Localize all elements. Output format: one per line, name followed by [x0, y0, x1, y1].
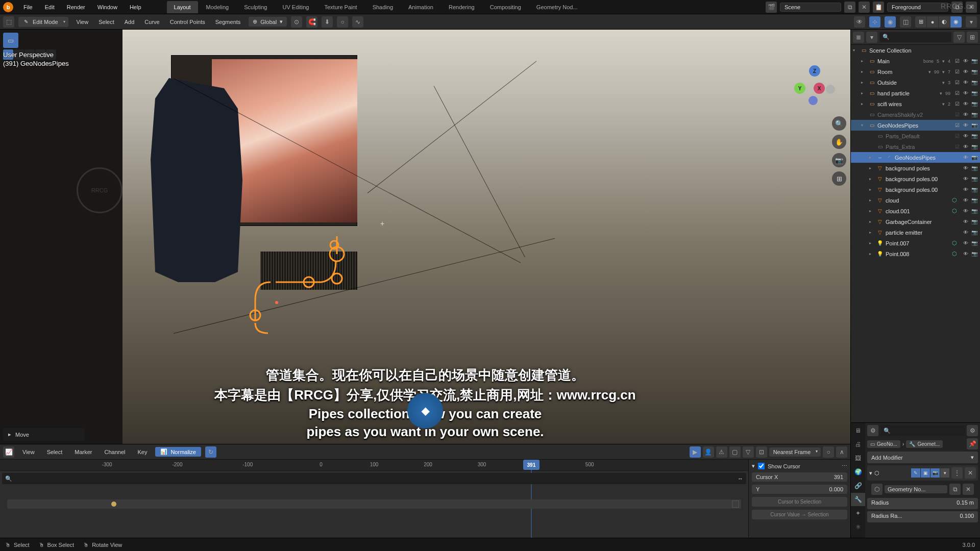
ge-warning-icon[interactable]: ⚠	[716, 446, 727, 458]
radius-random-field[interactable]: Radius Ra... 0.100	[867, 511, 978, 522]
visibility-eye-icon[interactable]: 👁	[962, 101, 969, 108]
renderable-camera-icon[interactable]: 📷	[971, 154, 978, 161]
outliner-row[interactable]: ▭Parts_Extra☑👁📷	[851, 141, 980, 152]
ge-menu-channel[interactable]: Channel	[100, 447, 129, 457]
exclude-checkbox-icon[interactable]: ☑	[953, 122, 961, 129]
exclude-checkbox-icon[interactable]: ☑	[953, 111, 961, 118]
overlays-toggle-icon[interactable]: ◉	[885, 16, 896, 28]
renderable-camera-icon[interactable]: 📷	[971, 122, 978, 129]
properties-search[interactable]: 🔍	[880, 425, 965, 436]
graph-editor-type-icon[interactable]: 📈	[3, 446, 14, 458]
gizmos-toggle-icon[interactable]: ⊹	[869, 16, 880, 28]
renderable-camera-icon[interactable]: 📷	[971, 90, 978, 97]
mod-delete-icon[interactable]: ✕	[965, 467, 976, 479]
visibility-eye-icon[interactable]: 👁	[962, 240, 969, 247]
visibility-eye-icon[interactable]: 👁	[962, 165, 969, 172]
visibility-icon[interactable]: 👁	[854, 16, 865, 28]
cursor-value-to-selection-button[interactable]: Cursor Value → Selection	[752, 510, 847, 519]
camera-view-icon[interactable]: 📷	[832, 153, 846, 167]
scene-delete-icon[interactable]: ✕	[859, 2, 870, 13]
ge-menu-marker[interactable]: Marker	[70, 447, 96, 457]
nodegroup-copy-icon[interactable]: ⧉	[949, 484, 961, 495]
outliner-row[interactable]: ▸▽background poles👁📷	[851, 163, 980, 173]
expand-arrow-icon[interactable]: ▸	[869, 187, 874, 192]
pivot-point-icon[interactable]: ⊙	[291, 16, 302, 28]
gizmo-y-axis[interactable]: Y	[794, 83, 805, 94]
outliner-filter-icon[interactable]: ▽	[953, 32, 965, 43]
visibility-eye-icon[interactable]: 👁	[962, 208, 969, 215]
expand-arrow-icon[interactable]: ▸	[861, 80, 866, 85]
visibility-eye-icon[interactable]: 👁	[962, 58, 969, 65]
prop-tab-viewlayer-icon[interactable]: 🖼	[851, 452, 865, 465]
gizmo-x-axis[interactable]: X	[814, 83, 825, 94]
scene-name-field[interactable]: Scene	[780, 3, 841, 12]
vp-menu-select[interactable]: Select	[94, 17, 118, 27]
prop-tab-scene-icon[interactable]: 🌍	[851, 465, 865, 479]
tab-compositing[interactable]: Compositing	[483, 1, 528, 13]
prop-tab-physics-icon[interactable]: ⚛	[851, 520, 865, 534]
slider-handle-icon[interactable]: ↔	[738, 475, 743, 482]
outliner-row[interactable]: ▸▽cloud⬡👁📷	[851, 195, 980, 206]
exclude-checkbox-icon[interactable]: ☑	[953, 68, 961, 76]
xray-toggle-icon[interactable]: ◫	[900, 16, 911, 28]
channel-lock-icon[interactable]	[732, 500, 739, 508]
exclude-checkbox-icon[interactable]: ☑	[953, 58, 961, 65]
outliner-row[interactable]: ▸▽background poles.00👁📷	[851, 173, 980, 184]
renderable-camera-icon[interactable]: 📷	[971, 79, 978, 86]
shading-wireframe-icon[interactable]: ⊞	[915, 16, 926, 28]
gizmo-neg-axis-1[interactable]	[826, 85, 835, 94]
expand-arrow-icon[interactable]: ▸	[869, 198, 874, 203]
props-editor-type-icon[interactable]: ⚙	[867, 425, 878, 436]
ge-menu-key[interactable]: Key	[133, 447, 151, 457]
ge-filter-icon[interactable]: ▽	[743, 446, 754, 458]
expand-arrow-icon[interactable]: ▸	[861, 59, 866, 63]
tab-animation[interactable]: Animation	[401, 1, 440, 13]
snap-target-icon[interactable]: ⬇	[322, 16, 333, 28]
mod-menu-icon[interactable]: ⋮	[951, 467, 963, 479]
add-modifier-dropdown[interactable]: Add Modifier ▾	[867, 452, 978, 463]
outliner-row[interactable]: ▸▭Room▾99▾7☑👁📷	[851, 66, 980, 77]
tab-texture-paint[interactable]: Texture Paint	[317, 1, 364, 13]
scene-copy-icon[interactable]: ⧉	[844, 2, 855, 13]
tab-sculpting[interactable]: Sculpting	[237, 1, 274, 13]
playhead[interactable]: 391	[523, 460, 540, 470]
visibility-eye-icon[interactable]: 👁	[962, 133, 969, 140]
visibility-eye-icon[interactable]: 👁	[962, 111, 969, 118]
keyframe-pin-icon[interactable]	[111, 502, 116, 507]
tab-uv-editing[interactable]: UV Editing	[275, 1, 316, 13]
renderable-camera-icon[interactable]: 📷	[971, 240, 978, 247]
vp-menu-curve[interactable]: Curve	[140, 17, 163, 27]
outliner-row[interactable]: ▸▭scifi wires▾2☑👁📷	[851, 98, 980, 109]
expand-arrow-icon[interactable]: ▸	[869, 219, 874, 224]
visibility-eye-icon[interactable]: 👁	[962, 68, 969, 76]
visibility-eye-icon[interactable]: 👁	[962, 197, 969, 204]
exclude-checkbox-icon[interactable]: ☑	[953, 79, 961, 86]
tab-layout[interactable]: Layout	[167, 1, 198, 13]
renderable-camera-icon[interactable]: 📷	[971, 143, 978, 151]
expand-arrow-icon[interactable]: ▸	[869, 230, 874, 235]
crumb-object[interactable]: ▭ GeoNo...	[867, 440, 900, 448]
shading-matprev-icon[interactable]: ◐	[939, 16, 950, 28]
transform-orientation[interactable]: ⊕ Global ▾	[249, 17, 287, 27]
perspective-toggle-icon[interactable]: ⊞	[832, 171, 846, 186]
expand-arrow-icon[interactable]: ▸	[861, 91, 866, 95]
outliner-search[interactable]: 🔍	[879, 32, 951, 42]
shading-options-icon[interactable]: ▾	[966, 16, 977, 28]
frame-ruler[interactable]: -300-200-1000100200300500 391	[0, 460, 748, 471]
outliner-row[interactable]: ▸▭hand particle▾99☑👁📷	[851, 88, 980, 98]
menu-file[interactable]: File	[18, 2, 38, 12]
cursor-to-selection-button[interactable]: Cursor to Selection	[752, 497, 847, 507]
visibility-eye-icon[interactable]: 👁	[962, 154, 969, 161]
gizmo-neg-axis-2[interactable]	[808, 96, 818, 105]
snap-toggle-icon[interactable]: 🧲	[306, 16, 317, 28]
outliner-display-mode-icon[interactable]: ▾	[866, 32, 877, 43]
renderable-camera-icon[interactable]: 📷	[971, 111, 978, 118]
outliner-row[interactable]: ▸▽particle emitter👁📷	[851, 227, 980, 238]
expand-arrow-icon[interactable]: ▸	[869, 209, 874, 213]
ge-menu-select[interactable]: Select	[43, 447, 67, 457]
visibility-eye-icon[interactable]: 👁	[962, 229, 969, 236]
outliner-row[interactable]: ▸💡Point.008⬡👁📷	[851, 248, 980, 259]
vp-menu-control-points[interactable]: Control Points	[166, 17, 209, 27]
collapse-arrow-icon[interactable]: ▾	[752, 463, 755, 469]
cursor-y-field[interactable]: Y 0.000	[752, 485, 847, 494]
